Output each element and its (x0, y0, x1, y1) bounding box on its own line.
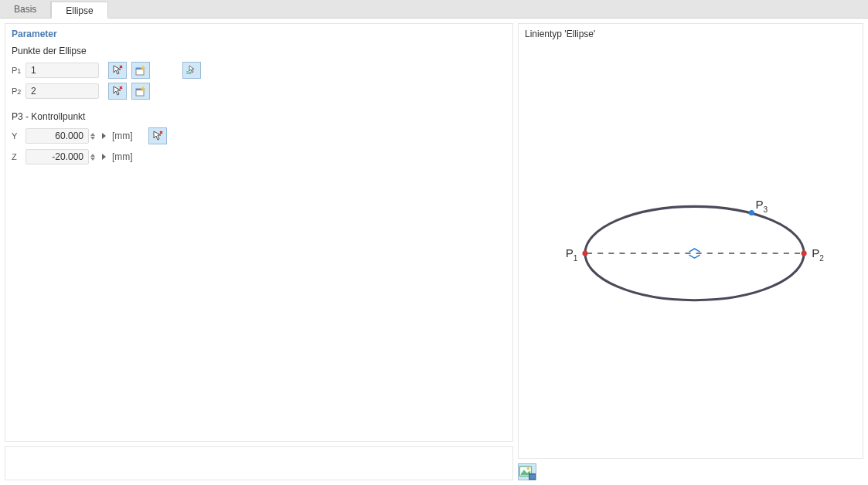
svg-point-14 (802, 251, 807, 256)
y-label: Y (12, 131, 26, 141)
z-label: Z (12, 152, 26, 161)
tab-basis[interactable]: Basis (0, 1, 51, 18)
tab-ellipse[interactable]: Ellipse (51, 2, 107, 19)
svg-rect-24 (529, 474, 536, 480)
control-header: P3 - Kontrollpunkt (12, 111, 506, 122)
tab-bar: Basis Ellipse (0, 0, 868, 19)
points-header: Punkte der Ellipse (12, 46, 506, 56)
svg-point-23 (527, 467, 530, 470)
svg-text:3: 3 (764, 205, 768, 214)
svg-text:1: 1 (574, 254, 578, 263)
svg-point-15 (749, 210, 754, 215)
right-column: Linientyp 'Ellipse' P1 P2 P3 (518, 23, 863, 480)
preview-panel: Linientyp 'Ellipse' P1 P2 P3 (518, 23, 863, 459)
p1-label: P1 (12, 66, 26, 75)
image-tool-icon[interactable] (518, 463, 536, 480)
svg-point-13 (582, 251, 587, 256)
y-spinner[interactable] (90, 129, 98, 143)
p1-input[interactable]: 1 (26, 63, 99, 78)
z-spinner[interactable] (90, 150, 98, 164)
pick-point-icon[interactable] (108, 62, 127, 79)
z-row: Z -20.000 [mm] (12, 148, 506, 166)
y-row: Y 60.000 [mm] (12, 127, 506, 145)
z-menu-icon[interactable] (100, 150, 107, 164)
pick-point-icon[interactable] (148, 127, 167, 144)
duplicate-pick-icon[interactable]: 2x (182, 62, 201, 79)
pick-point-icon[interactable] (108, 83, 127, 100)
y-input[interactable]: 60.000 (26, 128, 89, 144)
preview-title: Linientyp 'Ellipse' (525, 29, 856, 39)
svg-text:P: P (755, 198, 763, 211)
p2-row: P2 2 (12, 82, 506, 100)
svg-point-11 (585, 206, 804, 300)
left-column: Parameter Punkte der Ellipse P1 1 2x (5, 23, 513, 480)
svg-text:2: 2 (819, 254, 824, 263)
content: Parameter Punkte der Ellipse P1 1 2x (0, 19, 868, 485)
z-unit: [mm] (112, 151, 133, 162)
new-point-icon[interactable] (131, 83, 150, 100)
parameter-panel: Parameter Punkte der Ellipse P1 1 2x (5, 23, 513, 442)
ellipse-preview: P1 P2 P3 (519, 42, 863, 464)
svg-text:2x: 2x (186, 70, 192, 75)
svg-text:P: P (566, 246, 574, 259)
p1-row: P1 1 2x (12, 61, 506, 80)
y-unit: [mm] (112, 131, 133, 141)
new-point-icon[interactable] (131, 62, 150, 79)
lower-empty-panel (5, 446, 513, 480)
svg-text:P: P (812, 246, 819, 259)
p2-input[interactable]: 2 (26, 83, 99, 99)
y-menu-icon[interactable] (100, 129, 107, 143)
parameter-title: Parameter (12, 29, 506, 39)
z-input[interactable]: -20.000 (26, 149, 89, 164)
p2-label: P2 (12, 86, 26, 96)
